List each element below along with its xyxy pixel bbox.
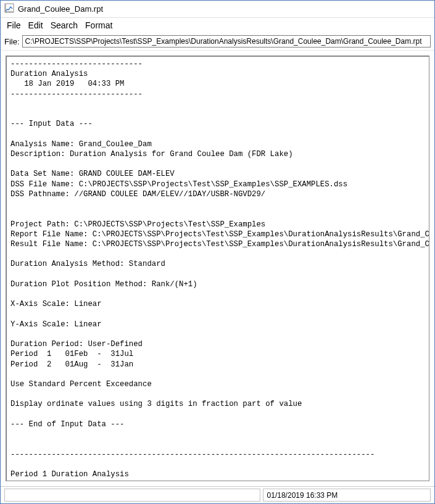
menu-format[interactable]: Format	[83, 20, 115, 31]
status-bar: 01/18/2019 16:33 PM	[1, 486, 434, 503]
file-label: File:	[4, 37, 20, 46]
menubar: File Edit Search Format	[1, 18, 434, 33]
file-path-input[interactable]	[22, 35, 431, 48]
report-panel[interactable]: ----------------------------- Duration A…	[6, 56, 429, 481]
titlebar: Grand_Coulee_Dam.rpt	[1, 1, 434, 18]
window-title: Grand_Coulee_Dam.rpt	[18, 4, 103, 14]
menu-search[interactable]: Search	[48, 20, 80, 31]
status-timestamp: 01/18/2019 16:33 PM	[263, 489, 431, 502]
menu-edit[interactable]: Edit	[26, 20, 46, 31]
app-icon	[4, 3, 18, 15]
report-text: ----------------------------- Duration A…	[10, 59, 425, 481]
content-area: ----------------------------- Duration A…	[1, 51, 434, 486]
file-path-row: File:	[1, 33, 434, 51]
status-left	[4, 489, 260, 502]
menu-file[interactable]: File	[4, 20, 23, 31]
